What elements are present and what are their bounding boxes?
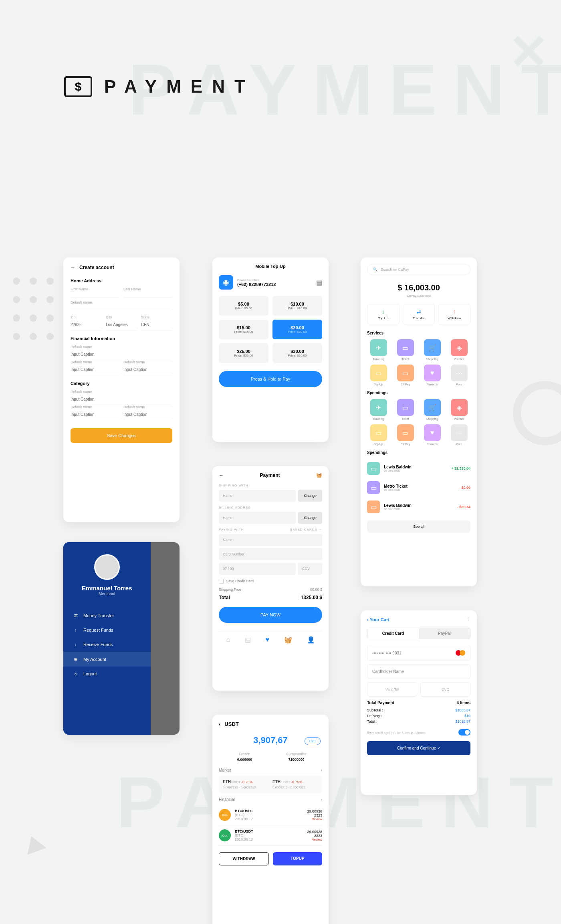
amount-option[interactable]: $10.00Price: $10.00 — [272, 296, 322, 316]
save-changes-button[interactable]: Save Changes — [71, 428, 172, 443]
services-heading: Services — [367, 331, 470, 335]
first-name-label: First Name — [71, 287, 119, 291]
service-item[interactable]: ▭Bill Pay — [394, 424, 417, 446]
name-input[interactable]: Name — [219, 534, 322, 546]
amount-option[interactable]: $15.00Price: $15.00 — [219, 320, 268, 339]
billing-input[interactable]: Home — [219, 512, 296, 524]
transaction-row[interactable]: ▭Lewis Baldwin06 Dec 2020- $20.34 — [367, 497, 470, 517]
page-title: PAYMENT — [104, 77, 255, 97]
amount-option[interactable]: $25.00Price: $25.00 — [219, 343, 268, 363]
transaction-row[interactable]: ▭Lewis Baldwin09 Dec 2020+ $1,320.00 — [367, 459, 470, 478]
more-icon[interactable]: ⋮ — [466, 617, 470, 622]
text-input[interactable]: Input Caption — [71, 395, 172, 405]
text-input[interactable]: Input Caption — [71, 365, 119, 375]
menu-item[interactable]: ⇄Money Transfer — [63, 608, 151, 623]
expiry-input[interactable]: 07 / 09 — [219, 563, 296, 575]
state-input[interactable]: CFN — [141, 320, 172, 330]
service-item[interactable]: 🛒Shopping — [421, 399, 444, 420]
cvc-input[interactable]: CVC — [420, 682, 470, 697]
service-item[interactable]: ▭Bill Pay — [394, 365, 417, 386]
change-button[interactable]: Change — [298, 490, 322, 502]
market-card[interactable]: ETH/USDT -0.75%0.0007212 · 0.0007212 — [272, 780, 318, 789]
pay-now-button[interactable]: PAY NOW — [219, 607, 322, 623]
menu-item[interactable]: ⎋Logout — [63, 667, 151, 681]
city-input[interactable]: Los Angeles — [106, 320, 137, 330]
see-all-button[interactable]: See all — [367, 521, 470, 533]
first-name-input[interactable] — [71, 292, 119, 298]
withdraw-button[interactable]: WITHDRAW — [219, 852, 269, 865]
menu-label: Money Transfer — [83, 613, 114, 618]
contacts-icon[interactable]: ▤ — [316, 279, 322, 286]
chevron-right-icon[interactable]: › — [321, 768, 322, 772]
service-icon: ♥ — [424, 424, 441, 441]
service-item[interactable]: ♥Rewards — [421, 365, 444, 386]
chevron-right-icon[interactable]: › — [321, 797, 322, 802]
amount-option[interactable]: $30.00Price: $30.00 — [272, 343, 322, 363]
text-input[interactable]: Input Caption — [71, 350, 172, 360]
service-item[interactable]: 🛒Shopping — [421, 339, 444, 361]
last-name-input[interactable] — [123, 292, 172, 298]
text-input[interactable]: Input Caption — [123, 410, 172, 420]
transaction-row[interactable]: ▭Metro Ticket09 Dec 2020- $0.99 — [367, 478, 470, 497]
paying-label: PAYING WITH — [219, 528, 244, 531]
nav-home-icon[interactable]: ⌂ — [226, 636, 230, 644]
service-item[interactable]: ◈Voucher — [448, 399, 470, 420]
transaction-row[interactable]: IntoBTC/USDT(BTC)2018.06.1229.009282323R… — [219, 805, 322, 825]
c2c-badge[interactable]: C2C — [305, 737, 321, 745]
service-item[interactable]: ✈Traveling — [367, 339, 390, 361]
card-number-input[interactable]: Card Number — [219, 548, 322, 560]
search-input[interactable]: 🔍Search on CaPay — [367, 264, 470, 275]
menu-item[interactable]: ↓Receive Funds — [63, 637, 151, 652]
zip-input[interactable]: 22628 — [71, 320, 102, 330]
menu-item[interactable]: ↑Request Funds — [63, 623, 151, 637]
amount-option[interactable]: $5.00Price: $5.00 — [219, 296, 268, 316]
usdt-screen: ‹USDT 3,907,67 C2C Frozen0.000000 Compro… — [212, 715, 329, 924]
service-item[interactable]: ▭Ticket — [394, 399, 417, 420]
ccv-input[interactable]: CCV — [298, 563, 322, 575]
nav-heart-icon[interactable]: ♥ — [266, 636, 270, 644]
text-input[interactable]: Input Caption — [123, 365, 172, 375]
save-card-checkbox[interactable] — [219, 579, 224, 584]
market-card[interactable]: ETH/USDT -0.75%0.0007212 · 0.0007212 — [223, 780, 268, 789]
financial-label: Financial — [219, 797, 235, 802]
service-item[interactable]: ▭Top Up — [367, 365, 390, 386]
text-input[interactable] — [71, 305, 172, 311]
service-item[interactable]: ✈Traveling — [367, 399, 390, 420]
change-button[interactable]: Change — [298, 512, 322, 524]
tab-credit-card[interactable]: Credit Card — [367, 628, 419, 639]
valid-till-input[interactable]: Valid Till — [367, 682, 417, 697]
avatar[interactable] — [94, 554, 120, 580]
nav-bag-icon[interactable]: 🧺 — [284, 636, 292, 644]
action-button[interactable]: ⇄Transfer — [403, 304, 435, 324]
pay-button[interactable]: Press & Hold to Pay — [219, 371, 322, 387]
amount-option[interactable]: $20.00Price: $20.00 — [272, 320, 322, 339]
nav-user-icon[interactable]: 👤 — [307, 636, 315, 644]
service-item[interactable]: ▭Top Up — [367, 424, 390, 446]
back-icon[interactable]: ‹ — [219, 721, 220, 727]
service-item[interactable]: ♥Rewards — [421, 424, 444, 446]
total-value: $1016,97 — [455, 719, 470, 723]
service-item[interactable]: ⋯More — [448, 365, 470, 386]
service-item[interactable]: ◈Voucher — [448, 339, 470, 361]
bag-icon[interactable]: 🧺 — [316, 472, 322, 478]
field-label: Default name — [71, 345, 172, 349]
screen-title: Mobile Top-Up — [219, 264, 322, 269]
confirm-button[interactable]: Confirm and Continue ✓ — [367, 741, 470, 755]
back-icon[interactable]: ← — [71, 265, 75, 270]
shipping-input[interactable]: Home — [219, 490, 296, 502]
menu-item[interactable]: ◉My Account — [63, 652, 151, 667]
text-input[interactable]: Input Caption — [71, 410, 119, 420]
save-card-toggle[interactable] — [458, 729, 470, 736]
nav-list-icon[interactable]: ▤ — [245, 636, 251, 644]
topup-button[interactable]: TOPUP — [273, 852, 322, 865]
cardholder-input[interactable]: Cardholder Name — [367, 664, 470, 679]
menu-icon: ◉ — [73, 657, 79, 662]
action-button[interactable]: ↑Withdraw — [438, 304, 470, 324]
service-item[interactable]: ⋯More — [448, 424, 470, 446]
saved-cards-link[interactable]: SAVED CARDS → — [290, 528, 322, 531]
tab-paypal[interactable]: PayPal — [419, 628, 470, 639]
action-button[interactable]: ↓Top Up — [367, 304, 400, 324]
service-item[interactable]: ▭Ticket — [394, 339, 417, 361]
back-icon[interactable]: ← — [219, 472, 224, 478]
transaction-row[interactable]: OutBTC/USDT(BTC)2018.06.1229.009282323Re… — [219, 825, 322, 846]
